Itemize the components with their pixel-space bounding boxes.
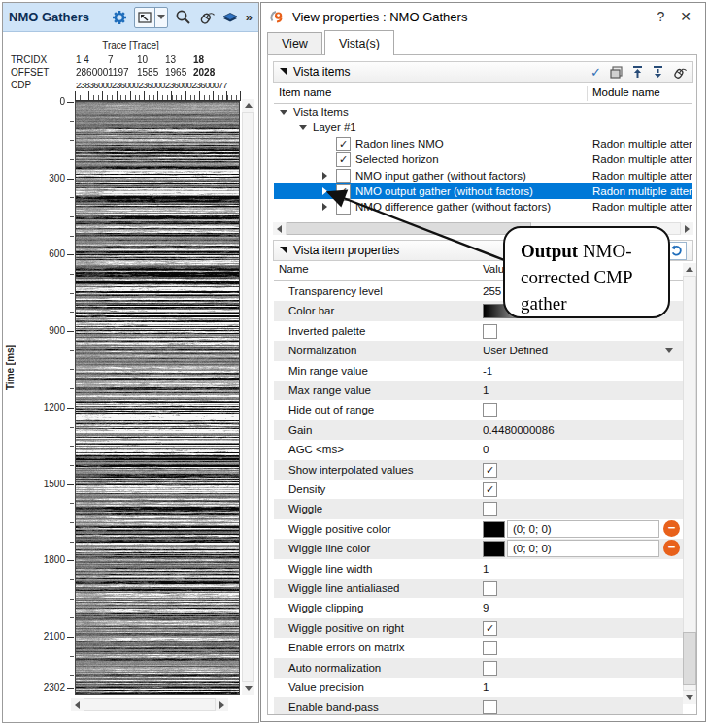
column-separator[interactable] [587, 86, 588, 101]
fit-view-dropdown[interactable] [154, 8, 167, 27]
zoom-magnifier-icon[interactable] [175, 9, 191, 25]
tree-item-label[interactable]: Vista Items [293, 104, 349, 119]
hscroll-left-button[interactable] [71, 698, 84, 711]
settings-gear-icon[interactable] [112, 10, 127, 25]
property-checkbox[interactable] [483, 502, 497, 516]
property-row[interactable]: Density✓ [274, 480, 683, 499]
hscroll-left-button[interactable] [273, 222, 286, 235]
toolbar-overflow-chevrons[interactable]: » [246, 10, 253, 24]
item-checkbox[interactable]: ✓ [336, 152, 351, 167]
hscroll-right-button[interactable] [681, 222, 693, 235]
item-checkbox[interactable]: ✓ [336, 137, 351, 151]
tree-item-label[interactable]: Layer #1 [313, 119, 356, 135]
tree-item-label[interactable]: NMO output gather (without factors) [355, 183, 533, 199]
expander-closed-icon[interactable] [322, 187, 327, 195]
column-item-name[interactable]: Item name [279, 86, 331, 98]
section-collapse-icon[interactable] [280, 68, 287, 76]
expander-closed-icon[interactable] [322, 172, 327, 180]
color-value-field[interactable]: (0; 0; 0) [507, 540, 659, 557]
property-value[interactable]: 0 [483, 440, 489, 459]
property-value[interactable]: 255 [483, 281, 501, 301]
tree-row[interactable]: NMO difference gather (without factors)R… [274, 199, 692, 215]
mouse-tool-icon[interactable] [198, 9, 215, 25]
property-value[interactable]: 0.4480000086 [483, 420, 555, 440]
layers-icon[interactable] [221, 10, 239, 25]
column-name[interactable]: Name [279, 263, 309, 275]
property-value[interactable]: 1 [483, 559, 489, 579]
tree-row[interactable]: ✓Selected horizonRadon multiple attenu [274, 151, 692, 167]
vscroll-down-button[interactable] [242, 682, 254, 695]
tree-row[interactable]: Vista Items [274, 104, 692, 119]
check-all-icon[interactable]: ✓ [590, 65, 601, 80]
property-row[interactable]: Max range value1 [274, 381, 683, 400]
property-checkbox[interactable] [483, 581, 497, 596]
vscrollbar-thumb[interactable] [683, 632, 696, 685]
seismic-gather-image[interactable] [76, 102, 239, 694]
tree-row[interactable]: Layer #1 [274, 119, 692, 135]
property-row[interactable]: Wiggle [274, 499, 683, 518]
property-row[interactable]: NormalizationUser Defined [274, 341, 683, 360]
vscroll-up-button[interactable] [242, 99, 254, 112]
tree-row[interactable]: ✓Radon lines NMORadon multiple attenu [274, 136, 692, 151]
column-module-name[interactable]: Module name [592, 86, 660, 98]
tree-row[interactable]: ✓NMO output gather (without factors)Rado… [274, 183, 692, 199]
vscroll-down-button[interactable] [683, 691, 696, 704]
hscrollbar-track[interactable] [84, 698, 216, 711]
item-checkbox[interactable] [336, 169, 351, 183]
dropdown-arrow-icon[interactable] [665, 348, 673, 353]
vscroll-up-button[interactable] [683, 263, 696, 276]
item-checkbox[interactable] [336, 200, 351, 215]
property-row[interactable]: Wiggle positive on right✓ [274, 618, 683, 638]
tree-item-label[interactable]: Radon lines NMO [355, 136, 444, 151]
property-row[interactable]: Auto normalization [274, 658, 683, 678]
property-value[interactable]: 1 [483, 678, 489, 697]
remove-color-button[interactable]: − [663, 540, 680, 556]
vista-items-section-header[interactable]: Vista items ✓ [273, 61, 693, 83]
property-row[interactable]: Wiggle clipping9 [274, 598, 683, 617]
property-row[interactable]: Wiggle positive color(0; 0; 0)− [274, 519, 683, 539]
property-row[interactable]: AGC <ms>0 [274, 440, 683, 459]
copy-items-icon[interactable] [609, 65, 624, 80]
property-row[interactable]: Inverted palette [274, 321, 683, 341]
tab-view[interactable]: View [267, 32, 322, 55]
property-row[interactable]: Gain0.4480000086 [274, 420, 683, 440]
color-swatch[interactable] [483, 521, 505, 538]
vscrollbar-track[interactable] [683, 276, 696, 691]
tree-item-label[interactable]: NMO difference gather (without factors) [355, 199, 551, 215]
property-row[interactable]: Show interpolated values✓ [274, 460, 683, 480]
properties-vscrollbar[interactable] [683, 263, 696, 704]
property-row[interactable]: Wiggle line color(0; 0; 0)− [274, 539, 683, 558]
fit-view-button[interactable] [134, 7, 168, 28]
vscrollbar-track[interactable] [242, 112, 254, 682]
property-checkbox[interactable] [483, 641, 497, 655]
move-up-icon[interactable] [631, 65, 644, 79]
remove-color-button[interactable]: − [663, 520, 680, 537]
property-row[interactable]: Value precision1 [274, 678, 683, 697]
property-checkbox[interactable]: ✓ [483, 482, 497, 497]
tree-row[interactable]: NMO input gather (without factors)Radon … [274, 168, 692, 183]
property-row[interactable]: Hide out of range [274, 400, 683, 419]
property-row[interactable]: Min range value-1 [274, 361, 683, 381]
window-titlebar[interactable]: View properties : NMO Gathers ? ✕ [261, 3, 705, 30]
property-row[interactable]: Wiggle line width1 [274, 559, 683, 579]
tree-item-label[interactable]: Selected horizon [355, 151, 439, 167]
property-checkbox[interactable] [483, 403, 497, 417]
section-collapse-icon[interactable] [280, 247, 287, 254]
close-icon[interactable]: ✕ [674, 9, 697, 24]
tree-item-label[interactable]: NMO input gather (without factors) [355, 168, 526, 183]
property-value[interactable]: -1 [483, 361, 492, 381]
property-checkbox[interactable]: ✓ [483, 621, 497, 636]
tab-vistas[interactable]: Vista(s) [324, 30, 394, 55]
property-checkbox[interactable] [483, 700, 497, 714]
property-row[interactable]: Enable band-pass [274, 697, 683, 714]
move-down-icon[interactable] [652, 65, 664, 79]
mouse-select-icon[interactable] [672, 65, 687, 80]
expander-open-icon[interactable] [299, 125, 307, 130]
help-button[interactable]: ? [647, 9, 674, 24]
property-checkbox[interactable] [483, 324, 497, 339]
property-checkbox[interactable] [483, 661, 497, 676]
property-row[interactable]: Enable errors on matrix [274, 638, 683, 657]
property-row[interactable]: Wiggle line antialiased [274, 579, 683, 598]
expander-closed-icon[interactable] [322, 203, 327, 211]
color-swatch[interactable] [483, 541, 505, 557]
